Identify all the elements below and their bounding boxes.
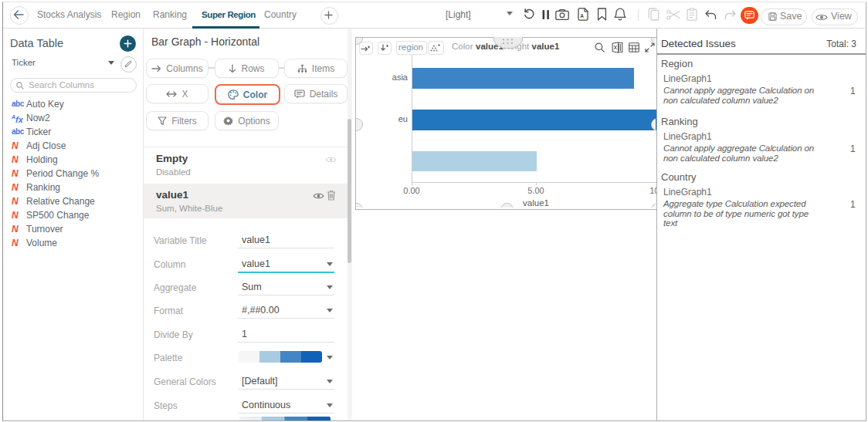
- svg-text:A: A: [580, 13, 584, 19]
